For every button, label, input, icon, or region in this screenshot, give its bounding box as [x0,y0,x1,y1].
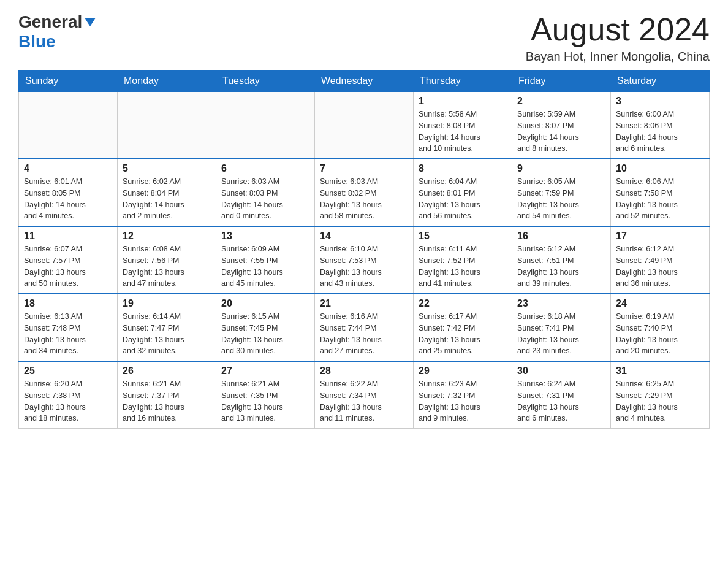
day-number: 23 [517,298,605,309]
day-info: Sunrise: 6:04 AMSunset: 8:01 PMDaylight:… [419,176,507,222]
day-number: 7 [320,163,408,174]
calendar-week-row: 4Sunrise: 6:01 AMSunset: 8:05 PMDaylight… [19,159,710,226]
day-info: Sunrise: 6:24 AMSunset: 7:31 PMDaylight:… [517,378,605,424]
day-number: 5 [123,163,211,174]
month-title: August 2024 [526,12,710,47]
day-info: Sunrise: 6:23 AMSunset: 7:32 PMDaylight:… [419,378,507,424]
day-number: 31 [616,366,704,377]
header-tuesday: Tuesday [216,71,315,92]
calendar-header-row: Sunday Monday Tuesday Wednesday Thursday… [19,71,710,92]
table-row: 10Sunrise: 6:06 AMSunset: 7:58 PMDayligh… [611,159,710,226]
day-number: 14 [320,231,408,242]
table-row: 26Sunrise: 6:21 AMSunset: 7:37 PMDayligh… [118,361,216,429]
day-info: Sunrise: 5:58 AMSunset: 8:08 PMDaylight:… [419,109,507,155]
table-row: 12Sunrise: 6:08 AMSunset: 7:56 PMDayligh… [118,226,216,294]
calendar-table: Sunday Monday Tuesday Wednesday Thursday… [18,70,710,429]
day-info: Sunrise: 6:22 AMSunset: 7:34 PMDaylight:… [320,378,408,424]
day-info: Sunrise: 6:03 AMSunset: 8:02 PMDaylight:… [320,176,408,222]
day-number: 9 [517,163,605,174]
day-info: Sunrise: 6:21 AMSunset: 7:35 PMDaylight:… [221,378,309,424]
table-row: 28Sunrise: 6:22 AMSunset: 7:34 PMDayligh… [315,361,414,429]
day-number: 27 [221,366,309,377]
table-row: 27Sunrise: 6:21 AMSunset: 7:35 PMDayligh… [216,361,315,429]
day-info: Sunrise: 6:25 AMSunset: 7:29 PMDaylight:… [616,378,704,424]
day-number: 16 [517,231,605,242]
svg-marker-0 [85,18,96,26]
table-row [19,92,118,159]
table-row: 15Sunrise: 6:11 AMSunset: 7:52 PMDayligh… [414,226,512,294]
day-number: 25 [24,366,112,377]
logo-general-text: General [18,12,82,32]
table-row: 13Sunrise: 6:09 AMSunset: 7:55 PMDayligh… [216,226,315,294]
header-monday: Monday [118,71,216,92]
table-row: 20Sunrise: 6:15 AMSunset: 7:45 PMDayligh… [216,294,315,361]
table-row: 1Sunrise: 5:58 AMSunset: 8:08 PMDaylight… [414,92,512,159]
day-info: Sunrise: 6:19 AMSunset: 7:40 PMDaylight:… [616,311,704,357]
table-row: 24Sunrise: 6:19 AMSunset: 7:40 PMDayligh… [611,294,710,361]
table-row [216,92,315,159]
table-row: 8Sunrise: 6:04 AMSunset: 8:01 PMDaylight… [414,159,512,226]
day-number: 6 [221,163,309,174]
table-row: 7Sunrise: 6:03 AMSunset: 8:02 PMDaylight… [315,159,414,226]
table-row: 2Sunrise: 5:59 AMSunset: 8:07 PMDaylight… [512,92,611,159]
table-row: 11Sunrise: 6:07 AMSunset: 7:57 PMDayligh… [19,226,118,294]
title-section: August 2024 Bayan Hot, Inner Mongolia, C… [526,12,710,64]
day-info: Sunrise: 6:18 AMSunset: 7:41 PMDaylight:… [517,311,605,357]
table-row: 16Sunrise: 6:12 AMSunset: 7:51 PMDayligh… [512,226,611,294]
table-row: 5Sunrise: 6:02 AMSunset: 8:04 PMDaylight… [118,159,216,226]
day-number: 24 [616,298,704,309]
header-wednesday: Wednesday [315,71,414,92]
logo-blue-text: Blue [18,32,56,52]
day-info: Sunrise: 6:01 AMSunset: 8:05 PMDaylight:… [24,176,112,222]
location: Bayan Hot, Inner Mongolia, China [526,50,710,64]
day-info: Sunrise: 6:05 AMSunset: 7:59 PMDaylight:… [517,176,605,222]
day-number: 29 [419,366,507,377]
table-row: 3Sunrise: 6:00 AMSunset: 8:06 PMDaylight… [611,92,710,159]
day-info: Sunrise: 6:17 AMSunset: 7:42 PMDaylight:… [419,311,507,357]
day-info: Sunrise: 6:20 AMSunset: 7:38 PMDaylight:… [24,378,112,424]
header-friday: Friday [512,71,611,92]
day-number: 18 [24,298,112,309]
day-number: 10 [616,163,704,174]
calendar-week-row: 11Sunrise: 6:07 AMSunset: 7:57 PMDayligh… [19,226,710,294]
calendar-week-row: 1Sunrise: 5:58 AMSunset: 8:08 PMDaylight… [19,92,710,159]
table-row: 25Sunrise: 6:20 AMSunset: 7:38 PMDayligh… [19,361,118,429]
table-row: 30Sunrise: 6:24 AMSunset: 7:31 PMDayligh… [512,361,611,429]
table-row: 17Sunrise: 6:12 AMSunset: 7:49 PMDayligh… [611,226,710,294]
table-row: 29Sunrise: 6:23 AMSunset: 7:32 PMDayligh… [414,361,512,429]
day-info: Sunrise: 6:03 AMSunset: 8:03 PMDaylight:… [221,176,309,222]
header-sunday: Sunday [19,71,118,92]
table-row: 18Sunrise: 6:13 AMSunset: 7:48 PMDayligh… [19,294,118,361]
day-info: Sunrise: 6:12 AMSunset: 7:51 PMDaylight:… [517,243,605,289]
day-info: Sunrise: 6:10 AMSunset: 7:53 PMDaylight:… [320,243,408,289]
table-row: 23Sunrise: 6:18 AMSunset: 7:41 PMDayligh… [512,294,611,361]
table-row: 21Sunrise: 6:16 AMSunset: 7:44 PMDayligh… [315,294,414,361]
day-number: 2 [517,96,605,107]
day-info: Sunrise: 6:14 AMSunset: 7:47 PMDaylight:… [123,311,211,357]
table-row: 19Sunrise: 6:14 AMSunset: 7:47 PMDayligh… [118,294,216,361]
day-info: Sunrise: 6:11 AMSunset: 7:52 PMDaylight:… [419,243,507,289]
day-info: Sunrise: 6:00 AMSunset: 8:06 PMDaylight:… [616,109,704,155]
table-row: 31Sunrise: 6:25 AMSunset: 7:29 PMDayligh… [611,361,710,429]
table-row [118,92,216,159]
day-number: 30 [517,366,605,377]
day-info: Sunrise: 6:13 AMSunset: 7:48 PMDaylight:… [24,311,112,357]
table-row [315,92,414,159]
day-number: 28 [320,366,408,377]
day-number: 13 [221,231,309,242]
day-number: 26 [123,366,211,377]
day-number: 1 [419,96,507,107]
day-number: 8 [419,163,507,174]
day-info: Sunrise: 6:06 AMSunset: 7:58 PMDaylight:… [616,176,704,222]
day-info: Sunrise: 6:02 AMSunset: 8:04 PMDaylight:… [123,176,211,222]
table-row: 9Sunrise: 6:05 AMSunset: 7:59 PMDaylight… [512,159,611,226]
day-number: 17 [616,231,704,242]
day-number: 15 [419,231,507,242]
table-row: 6Sunrise: 6:03 AMSunset: 8:03 PMDaylight… [216,159,315,226]
day-info: Sunrise: 6:21 AMSunset: 7:37 PMDaylight:… [123,378,211,424]
table-row: 14Sunrise: 6:10 AMSunset: 7:53 PMDayligh… [315,226,414,294]
day-number: 20 [221,298,309,309]
day-number: 11 [24,231,112,242]
day-number: 4 [24,163,112,174]
day-number: 22 [419,298,507,309]
